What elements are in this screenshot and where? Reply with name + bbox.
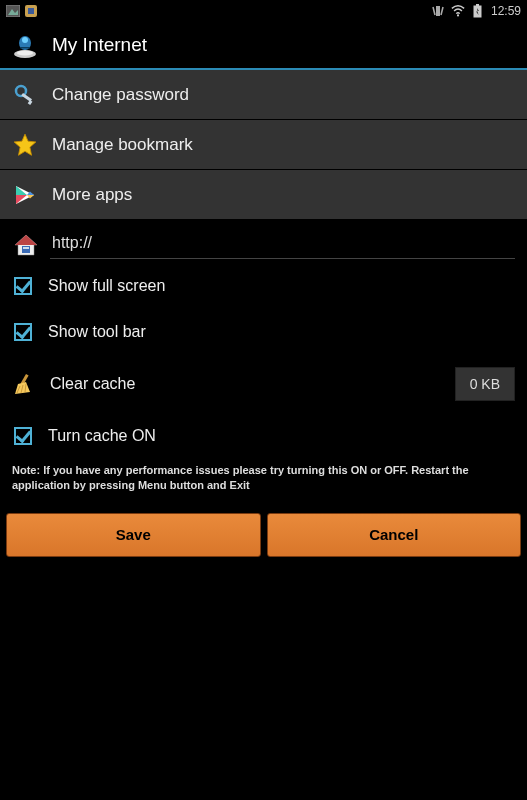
title-bar: My Internet: [0, 22, 527, 70]
checkbox-icon: [14, 427, 32, 445]
checkbox-icon: [14, 323, 32, 341]
checkbox-icon: [14, 277, 32, 295]
home-url-row: [0, 224, 527, 263]
menu-label: Manage bookmark: [52, 135, 193, 155]
broom-icon: [12, 372, 36, 396]
wifi-icon: [451, 4, 465, 18]
svg-rect-4: [436, 6, 440, 16]
status-time: 12:59: [491, 4, 521, 18]
option-label: Turn cache ON: [48, 427, 156, 445]
svg-rect-3: [28, 8, 34, 14]
menu-more-apps[interactable]: More apps: [0, 170, 527, 220]
svg-rect-18: [28, 100, 33, 105]
page-title: My Internet: [52, 34, 147, 56]
vibrate-icon: [431, 4, 445, 18]
svg-point-12: [17, 51, 33, 56]
home-url-input[interactable]: [50, 230, 515, 259]
menu-label: More apps: [52, 185, 132, 205]
menu-manage-bookmark[interactable]: Manage bookmark: [0, 120, 527, 170]
clear-cache-row: Clear cache 0 KB: [0, 355, 527, 413]
play-store-icon: [12, 182, 38, 208]
svg-point-14: [22, 37, 28, 43]
save-button[interactable]: Save: [6, 513, 261, 557]
svg-marker-26: [15, 235, 37, 245]
status-bar: 12:59: [0, 0, 527, 22]
performance-note: Note: If you have any performance issues…: [0, 459, 527, 505]
app-logo-icon: [10, 31, 40, 59]
key-icon: [12, 82, 38, 108]
svg-point-7: [457, 14, 459, 16]
option-show-full-screen[interactable]: Show full screen: [0, 263, 527, 309]
action-button-row: Save Cancel: [0, 505, 527, 565]
cache-size-button[interactable]: 0 KB: [455, 367, 515, 401]
option-turn-cache-on[interactable]: Turn cache ON: [0, 413, 527, 459]
option-show-tool-bar[interactable]: Show tool bar: [0, 309, 527, 355]
gallery-icon: [6, 4, 20, 18]
app-icon: [24, 4, 38, 18]
battery-icon: [471, 4, 485, 18]
svg-marker-19: [14, 134, 36, 155]
menu-change-password[interactable]: Change password: [0, 70, 527, 120]
clear-cache-label: Clear cache: [50, 375, 135, 393]
option-label: Show full screen: [48, 277, 165, 295]
option-label: Show tool bar: [48, 323, 146, 341]
star-icon: [12, 132, 38, 158]
svg-rect-28: [23, 247, 29, 249]
svg-line-5: [433, 7, 435, 15]
home-icon: [12, 231, 40, 259]
svg-rect-15: [20, 47, 30, 49]
svg-rect-9: [476, 4, 479, 6]
svg-line-6: [441, 7, 443, 15]
menu-label: Change password: [52, 85, 189, 105]
cancel-button[interactable]: Cancel: [267, 513, 522, 557]
